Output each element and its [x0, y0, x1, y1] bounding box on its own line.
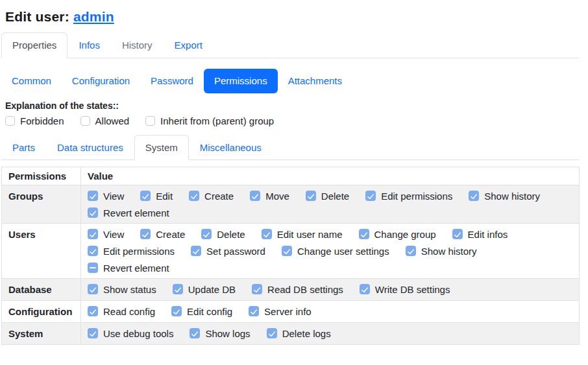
- checkbox-checked-icon: [88, 207, 98, 218]
- permission-groups-edit[interactable]: Edit: [140, 191, 173, 202]
- subtab-attachments[interactable]: Attachments: [278, 69, 352, 93]
- tab-export[interactable]: Export: [164, 32, 214, 58]
- innertab-miscellaneous[interactable]: Miscellaneous: [189, 135, 273, 161]
- permission-users-change-group[interactable]: Change group: [359, 229, 436, 240]
- checkbox-checked-icon: [189, 191, 199, 201]
- checkbox-label: Show status: [103, 284, 156, 295]
- checkbox-label: Delete: [321, 191, 349, 202]
- permission-system-use-debug-tools[interactable]: Use debug tools: [88, 328, 173, 339]
- tab-history[interactable]: History: [111, 32, 164, 58]
- permission-configuration-server-info[interactable]: Server info: [249, 306, 312, 317]
- permission-users-edit-user-name[interactable]: Edit user name: [262, 229, 343, 240]
- table-header-row: PermissionsValue: [2, 167, 580, 185]
- permission-category-tabs: PartsData structuresSystemMiscellaneous: [1, 135, 580, 161]
- checkbox-label: Edit infos: [468, 229, 508, 240]
- checkbox-label: Change group: [374, 229, 436, 240]
- checkbox-line: Read configEdit configServer info: [88, 303, 572, 320]
- innertab-item: Parts: [1, 135, 46, 160]
- permission-groups-show-history[interactable]: Show history: [469, 191, 540, 202]
- tab-item: Export: [164, 32, 214, 58]
- permission-users-show-history[interactable]: Show history: [406, 246, 477, 257]
- checkbox-checked-icon: [452, 229, 463, 239]
- checkbox-line: ViewCreateDeleteEdit user nameChange gro…: [88, 226, 572, 242]
- permission-groups-edit-permissions[interactable]: Edit permissions: [365, 191, 452, 202]
- permission-database-write-db-settings[interactable]: Write DB settings: [360, 284, 450, 295]
- subtab-item: Configuration: [62, 69, 140, 93]
- checkbox-line: Show statusUpdate DBRead DB settingsWrit…: [88, 281, 572, 298]
- state-legend-inherit-from-parent-group[interactable]: Inherit from (parent) group: [145, 115, 274, 126]
- column-header-value: Value: [81, 167, 580, 185]
- innertab-parts[interactable]: Parts: [1, 135, 46, 161]
- subtab-permissions[interactable]: Permissions: [204, 69, 278, 93]
- checkbox-label: Change user settings: [297, 246, 389, 257]
- subtab-item: Permissions: [204, 69, 278, 93]
- checkbox-label: Read DB settings: [267, 284, 343, 295]
- main-tabs: PropertiesInfosHistoryExport: [1, 32, 580, 58]
- checkbox-label: Forbidden: [20, 115, 64, 126]
- checkbox-label: Create: [156, 229, 185, 240]
- tab-item: Infos: [67, 32, 111, 58]
- permission-values-cell: Use debug toolsShow logsDelete logs: [81, 323, 580, 345]
- permission-users-change-user-settings[interactable]: Change user settings: [282, 246, 389, 257]
- permission-users-view[interactable]: View: [88, 229, 124, 240]
- tab-properties[interactable]: Properties: [1, 32, 67, 58]
- checkbox-label: Edit config: [187, 306, 232, 317]
- username-link[interactable]: admin: [73, 9, 114, 24]
- checkbox-checked-icon: [252, 284, 262, 294]
- checkbox-checked-icon: [249, 306, 259, 316]
- permission-system-delete-logs[interactable]: Delete logs: [267, 328, 331, 339]
- permission-configuration-edit-config[interactable]: Edit config: [171, 306, 232, 317]
- permission-values-cell: Show statusUpdate DBRead DB settingsWrit…: [81, 279, 580, 301]
- state-legend-forbidden[interactable]: Forbidden: [5, 115, 64, 126]
- checkbox-checked-icon: [88, 284, 98, 294]
- permission-database-read-db-settings[interactable]: Read DB settings: [252, 284, 343, 295]
- permission-database-show-status[interactable]: Show status: [88, 284, 156, 295]
- permission-users-edit-infos[interactable]: Edit infos: [452, 229, 508, 240]
- checkbox-checked-icon: [201, 229, 212, 239]
- permission-groups-revert-element[interactable]: Revert element: [88, 207, 169, 218]
- state-legend-allowed[interactable]: Allowed: [80, 115, 130, 126]
- permission-system-show-logs[interactable]: Show logs: [190, 328, 250, 339]
- permission-category-label: Database: [2, 279, 81, 301]
- checkbox-label: Move: [265, 191, 289, 202]
- permission-groups-view[interactable]: View: [88, 191, 124, 202]
- table-row-database: DatabaseShow statusUpdate DBRead DB sett…: [2, 279, 580, 301]
- page-title-text: Edit user:: [5, 9, 69, 24]
- checkbox-checked-icon: [88, 191, 98, 201]
- table-row-users: UsersViewCreateDeleteEdit user nameChang…: [2, 224, 580, 279]
- checkbox-label: Show logs: [205, 328, 250, 339]
- checkbox-label: View: [103, 191, 124, 202]
- tab-infos[interactable]: Infos: [67, 32, 111, 58]
- sub-tabs: CommonConfigurationPasswordPermissionsAt…: [1, 69, 580, 93]
- innertab-data-structures[interactable]: Data structures: [46, 135, 134, 161]
- permission-configuration-read-config[interactable]: Read config: [88, 306, 155, 317]
- subtab-common[interactable]: Common: [1, 69, 62, 93]
- subtab-configuration[interactable]: Configuration: [62, 69, 140, 93]
- checkbox-label: Show history: [421, 246, 477, 257]
- subtab-password[interactable]: Password: [140, 69, 204, 93]
- permission-groups-move[interactable]: Move: [250, 191, 289, 202]
- innertab-item: Data structures: [46, 135, 134, 160]
- permission-users-edit-permissions[interactable]: Edit permissions: [88, 246, 175, 257]
- tab-item: Properties: [1, 32, 67, 58]
- permission-values-cell: ViewEditCreateMoveDeleteEdit permissions…: [81, 185, 580, 224]
- checkbox-checked-icon: [267, 328, 277, 338]
- permission-groups-delete[interactable]: Delete: [306, 191, 349, 202]
- checkbox-unchecked-icon: [80, 116, 90, 126]
- permission-users-revert-element[interactable]: Revert element: [88, 263, 169, 274]
- permission-values-cell: Read configEdit configServer info: [81, 301, 580, 323]
- table-row-system: SystemUse debug toolsShow logsDelete log…: [2, 323, 580, 345]
- permission-users-create[interactable]: Create: [140, 229, 185, 240]
- permission-database-update-db[interactable]: Update DB: [173, 284, 236, 295]
- permission-users-delete[interactable]: Delete: [201, 229, 245, 240]
- checkbox-checked-icon: [365, 191, 376, 201]
- permission-groups-create[interactable]: Create: [189, 191, 234, 202]
- table-row-configuration: ConfigurationRead configEdit configServe…: [2, 301, 580, 323]
- permissions-table: PermissionsValue GroupsViewEditCreateMov…: [1, 167, 580, 345]
- checkbox-label: Revert element: [103, 207, 169, 218]
- checkbox-label: Show history: [484, 191, 540, 202]
- permission-values-cell: ViewCreateDeleteEdit user nameChange gro…: [81, 224, 580, 279]
- permission-users-set-password[interactable]: Set password: [191, 246, 265, 257]
- checkbox-label: Server info: [264, 306, 312, 317]
- innertab-system[interactable]: System: [134, 135, 189, 161]
